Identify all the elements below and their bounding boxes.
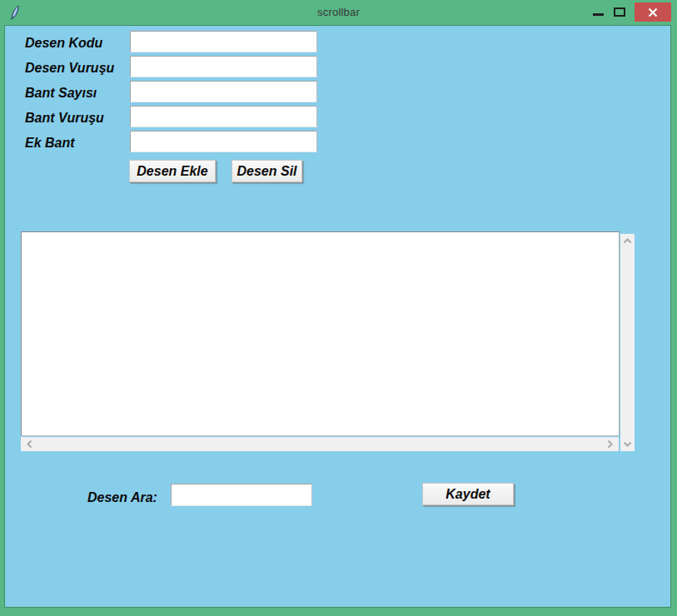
scroll-down-button[interactable] xyxy=(620,437,635,451)
bant-sayisi-field[interactable] xyxy=(130,81,317,102)
bant-vurusu-field[interactable] xyxy=(130,106,317,127)
scroll-right-button[interactable] xyxy=(603,437,617,451)
vertical-scrollbar[interactable] xyxy=(620,234,635,451)
label-bant-sayisi: Bant Sayısı xyxy=(25,86,97,101)
label-ek-bant: Ek Bant xyxy=(25,136,75,151)
titlebar[interactable]: scrollbar xyxy=(0,0,677,25)
label-desen-kodu: Desen Kodu xyxy=(25,36,102,51)
desen-ara-label: Desen Ara: xyxy=(87,490,157,505)
minimize-icon xyxy=(593,13,604,16)
chevron-right-icon xyxy=(607,440,613,449)
maximize-icon xyxy=(614,7,625,17)
desen-kodu-field[interactable] xyxy=(130,31,317,52)
maximize-button[interactable] xyxy=(610,5,630,22)
label-desen-vurusu: Desen Vuruşu xyxy=(25,61,114,76)
scroll-left-button[interactable] xyxy=(22,437,37,451)
label-bant-vurusu: Bant Vuruşu xyxy=(25,111,104,126)
scroll-up-button[interactable] xyxy=(620,234,635,248)
window-title: scrollbar xyxy=(0,6,677,18)
desen-ekle-button[interactable]: Desen Ekle xyxy=(129,160,216,182)
chevron-up-icon xyxy=(623,238,632,244)
desen-ara-field[interactable] xyxy=(171,484,312,506)
chevron-down-icon xyxy=(623,441,632,447)
desen-sil-button[interactable]: Desen Sil xyxy=(231,160,302,182)
app-window: scrollbar Desen Kodu Desen Vuruşu Bant S… xyxy=(0,0,677,616)
minimize-button[interactable] xyxy=(588,5,608,22)
close-icon xyxy=(648,7,658,17)
kaydet-button[interactable]: Kaydet xyxy=(422,483,514,505)
horizontal-scrollbar[interactable] xyxy=(21,437,619,451)
desen-vurusu-field[interactable] xyxy=(130,56,317,77)
desen-listbox[interactable] xyxy=(21,231,620,436)
ek-bant-field[interactable] xyxy=(130,131,317,152)
close-button[interactable] xyxy=(635,2,671,22)
chevron-left-icon xyxy=(27,440,32,449)
